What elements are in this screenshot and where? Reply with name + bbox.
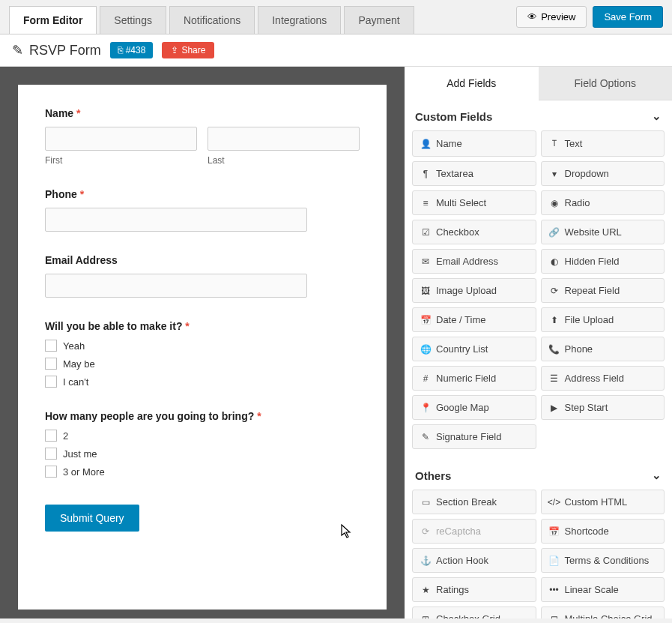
field-attend[interactable]: Will you be able to make it? * Yeah May … [45,320,360,388]
form-canvas[interactable]: Name * First Last Phone * Email A [18,85,387,610]
tab-notifications[interactable]: Notifications [169,6,255,34]
save-form-button[interactable]: Save Form [593,6,663,28]
field-name[interactable]: Name * First Last [45,107,360,166]
fieldbtn-action-hook[interactable]: ⚓Action Hook [412,548,536,573]
fieldbtn-text[interactable]: ＴText [541,130,665,157]
fieldbtn-website-url[interactable]: 🔗Website URL [541,220,665,244]
tab-settings[interactable]: Settings [100,6,166,34]
fieldbtn-checkbox-grid[interactable]: ⊞Checkbox Grid [412,607,536,619]
fieldbtn-step-start[interactable]: ▶Step Start [541,395,665,420]
right-panel: Add Fields Field Options Custom Fields ⌄… [405,67,672,619]
others-grid: ▭Section Break</>Custom HTML⟳reCaptcha📅S… [412,490,665,619]
section-others[interactable]: Others ⌄ [412,460,665,490]
section-custom-fields[interactable]: Custom Fields ⌄ [412,100,665,130]
fieldbtn-section-break[interactable]: ▭Section Break [412,490,536,514]
fieldbtn-custom-html[interactable]: </>Custom HTML [541,490,665,514]
fieldbtn-linear-scale[interactable]: •••Linear Scale [541,577,665,602]
field-email[interactable]: Email Address [45,254,360,298]
field-btn-label: Action Hook [436,555,488,566]
share-button[interactable]: ⇪ Share [162,42,214,58]
field-btn-label: Terms & Conditions [565,555,650,566]
fieldbtn-phone[interactable]: 📞Phone [541,337,665,361]
fieldbtn-textarea[interactable]: ¶Textarea [412,161,536,186]
field-btn-label: Dropdown [565,168,609,179]
eye-icon: ◐ [549,256,560,267]
checkbox-icon [45,466,57,478]
form-id-text: #438 [126,45,146,55]
fieldbtn-email-address[interactable]: ✉Email Address [412,249,536,274]
preview-button[interactable]: 👁 Preview [516,6,587,28]
field-btn-label: Name [436,138,462,149]
field-btn-label: Address Field [565,373,624,384]
fieldbtn-country-list[interactable]: 🌐Country List [412,337,536,361]
fieldbtn-checkbox[interactable]: ☑Checkbox [412,220,536,244]
tab-add-fields[interactable]: Add Fields [405,67,539,100]
fieldbtn-date-time[interactable]: 📅Date / Time [412,307,536,332]
submit-button[interactable]: Submit Query [45,505,139,532]
chevron-down-icon: ⌄ [652,109,662,123]
checkbox-icon [45,448,57,460]
last-name-input[interactable] [208,127,360,151]
repeat-icon: ⟳ [549,286,560,296]
fieldbtn-hidden-field[interactable]: ◐Hidden Field [541,249,665,274]
people-option-1[interactable]: Just me [45,448,360,460]
fieldbtn-name[interactable]: 👤Name [412,130,536,157]
email-input[interactable] [45,274,307,298]
first-name-input[interactable] [45,127,197,151]
fieldbtn-google-map[interactable]: 📍Google Map [412,395,536,420]
pencil-icon[interactable]: ✎ [12,42,23,58]
custom-fields-title: Custom Fields [415,110,492,123]
checkbox-icon [45,430,57,442]
people-option-2[interactable]: 3 or More [45,466,360,478]
copy-icon: ⎘ [118,45,123,55]
tab-form-editor[interactable]: Form Editor [9,6,97,34]
field-phone[interactable]: Phone * [45,188,360,232]
field-btn-label: reCaptcha [436,526,481,537]
field-btn-label: Numeric Field [436,373,496,384]
user-icon: 👤 [420,139,431,149]
field-btn-label: Section Break [436,496,497,508]
share-label: Share [181,45,205,55]
field-btn-label: Custom HTML [565,496,628,508]
fieldbtn-signature-field[interactable]: ✎Signature Field [412,424,536,449]
tab-integrations[interactable]: Integrations [258,6,341,34]
people-option-0[interactable]: 2 [45,430,360,442]
right-tabs: Add Fields Field Options [405,67,672,100]
fieldbtn-image-upload[interactable]: 🖼Image Upload [412,278,536,303]
field-btn-label: Image Upload [436,285,497,296]
checkbox-icon [45,358,57,370]
pin-icon: 📍 [420,403,431,413]
field-btn-label: Google Map [436,402,489,413]
fieldbtn-terms-conditions[interactable]: 📄Terms & Conditions [541,548,665,573]
fieldbtn-ratings[interactable]: ★Ratings [412,577,536,602]
fieldbtn-radio[interactable]: ◉Radio [541,190,665,215]
panel-content: Custom Fields ⌄ 👤NameＴText¶Textarea▾Drop… [405,100,672,619]
cgrid-icon: ⊞ [420,614,431,619]
fieldbtn-shortcode[interactable]: 📅Shortcode [541,519,665,544]
tab-payment[interactable]: Payment [344,6,414,34]
fieldbtn-multiple-choice-grid[interactable]: ⊟Multiple Choice Grid [541,607,665,619]
tab-field-options[interactable]: Field Options [539,67,673,100]
dot-icon: ◉ [549,198,560,208]
email-label: Email Address [45,254,360,266]
phone-icon: 📞 [549,344,560,355]
fieldbtn-dropdown[interactable]: ▾Dropdown [541,161,665,186]
fieldbtn-repeat-field[interactable]: ⟳Repeat Field [541,278,665,303]
phone-input[interactable] [45,208,307,232]
field-btn-label: Repeat Field [565,285,620,296]
fieldbtn-address-field[interactable]: ☰Address Field [541,366,665,391]
field-people[interactable]: How many people are you going to bring? … [45,410,360,478]
fieldbtn-file-upload[interactable]: ⬆File Upload [541,307,665,332]
mgrid-icon: ⊟ [549,614,560,619]
text-icon: Ｔ [549,137,560,150]
fieldbtn-multi-select[interactable]: ≡Multi Select [412,190,536,215]
form-canvas-wrap: Name * First Last Phone * Email A [0,67,405,619]
field-btn-label: Linear Scale [565,584,619,595]
attend-option-0[interactable]: Yeah [45,340,360,352]
form-id-badge[interactable]: ⎘ #438 [110,42,154,58]
fieldbtn-numeric-field[interactable]: #Numeric Field [412,366,536,391]
attend-option-2[interactable]: I can't [45,376,360,388]
checkbox-icon [45,376,57,388]
top-toolbar: Form Editor Settings Notifications Integ… [0,0,672,34]
attend-option-1[interactable]: May be [45,358,360,370]
